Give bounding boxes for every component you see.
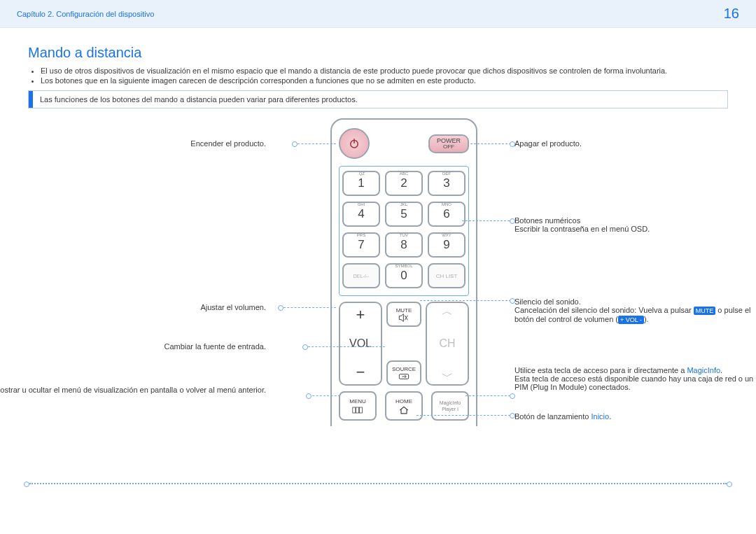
remote-body: POWER OFF .QZ1 ABC2 DEF3 GHI4 JKL5 MNO6 … <box>330 118 477 426</box>
label-magicinfo: Utilice esta tecla de acceso para ir dir… <box>514 366 756 391</box>
vol-tag: + VOL - <box>618 316 644 324</box>
svg-rect-7 <box>359 407 362 413</box>
label-source: Cambiar la fuente de entrada. <box>164 342 266 351</box>
minus-icon: − <box>356 365 365 380</box>
power-icon <box>348 137 360 150</box>
mute-label: MUTE <box>396 307 412 314</box>
svg-rect-5 <box>353 407 356 413</box>
vol-label: VOL <box>349 337 372 350</box>
bullet-1: El uso de otros dispositivos de visualiz… <box>41 66 728 75</box>
numeric-keypad: .QZ1 ABC2 DEF3 GHI4 JKL5 MNO6 PRS7 TUV8 … <box>339 166 469 296</box>
label-numbers: Botones numéricos Escribir la contraseña… <box>514 216 650 233</box>
page-divider <box>29 483 727 484</box>
mute-icon <box>398 314 410 322</box>
breadcrumb: Capítulo 2. Configuración del dispositiv… <box>17 10 154 18</box>
remote-diagram: POWER OFF .QZ1 ABC2 DEF3 GHI4 JKL5 MNO6 … <box>28 118 728 454</box>
channel-rocker: ︿ CH ﹀ <box>426 302 469 386</box>
bullet-2: Los botones que en la siguiente imagen c… <box>41 76 728 85</box>
chevron-up-icon: ︿ <box>442 307 453 315</box>
menu-icon <box>352 406 363 414</box>
mute-button: MUTE <box>386 302 421 327</box>
power-on-button <box>339 128 370 159</box>
source-icon <box>398 372 410 381</box>
key-9: WXY9 <box>428 232 465 258</box>
intro-bullets: El uso de otros dispositivos de visualiz… <box>28 66 728 85</box>
key-del: DEL-/-- <box>342 263 380 288</box>
svg-rect-6 <box>356 407 359 413</box>
label-volume: Ajustar el volumen. <box>200 303 266 311</box>
ch-label: CH <box>439 337 455 350</box>
key-8: TUV8 <box>385 232 423 258</box>
mute-tag: MUTE <box>694 307 716 315</box>
source-button: SOURCE <box>386 360 421 386</box>
magicinfo-label-1: MagicInfo <box>440 400 461 405</box>
label-mute: Silencio del sonido. Cancelación del sil… <box>514 297 756 324</box>
home-icon <box>398 406 410 414</box>
label-power-on: Encender el producto. <box>190 139 266 148</box>
page-title: Mando a distancia <box>28 45 728 61</box>
key-chlist: CH LIST <box>428 263 465 288</box>
volume-rocker: + VOL − <box>339 302 382 386</box>
key-5: JKL5 <box>385 202 423 227</box>
note-text: Las funciones de los botones del mando a… <box>33 91 365 108</box>
label-power-off: Apagar el producto. <box>514 139 582 148</box>
menu-button: MENU <box>339 391 377 421</box>
label-menu: Mostrar u ocultar el menú de visualizaci… <box>0 386 266 394</box>
page-number: 16 <box>724 6 739 22</box>
key-2: ABC2 <box>385 171 423 196</box>
power-off-label-2: OFF <box>433 144 465 150</box>
key-6: MNO6 <box>428 202 465 227</box>
note-bar: Las funciones de los botones del mando a… <box>28 90 728 108</box>
key-7: PRS7 <box>342 232 380 258</box>
power-off-button: POWER OFF <box>428 134 469 153</box>
key-1: .QZ1 <box>342 171 380 196</box>
key-0: SYMBOL0 <box>385 263 423 288</box>
key-3: DEF3 <box>428 171 465 196</box>
chevron-down-icon: ﹀ <box>442 372 453 380</box>
magicinfo-label-2: Player I <box>442 407 458 412</box>
label-home: Botón de lanzamiento Inicio. <box>514 412 611 421</box>
plus-icon: + <box>356 307 365 323</box>
key-4: GHI4 <box>342 202 380 227</box>
home-label: HOME <box>396 398 412 405</box>
source-label: SOURCE <box>392 366 416 372</box>
menu-label: MENU <box>349 398 366 405</box>
header-bar: Capítulo 2. Configuración del dispositiv… <box>0 0 756 28</box>
